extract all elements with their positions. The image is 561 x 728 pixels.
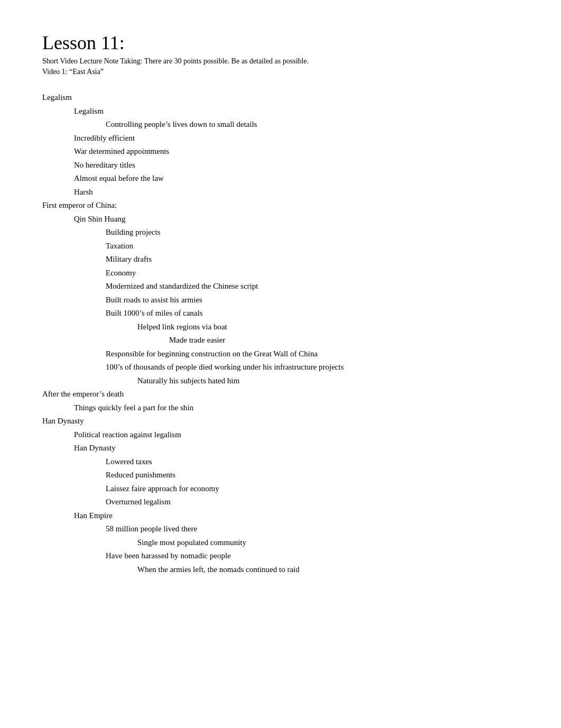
outline-item: Made trade easier [169, 334, 519, 347]
outline-item: Single most populated community [137, 536, 519, 550]
outline-item: First emperor of China: [42, 199, 519, 213]
outline-item: Han Dynasty [42, 414, 519, 428]
outline-item: Political reaction against legalism [74, 428, 519, 442]
outline-item: After the emperor’s death [42, 388, 519, 401]
outline-item: War determined appointments [74, 145, 519, 159]
outline-container: LegalismLegalismControlling people’s liv… [42, 91, 519, 576]
outline-item: Legalism [42, 91, 519, 105]
outline-item: No hereditary titles [74, 159, 519, 172]
outline-item: 100’s of thousands of people died workin… [106, 361, 519, 374]
outline-item: Military drafts [106, 253, 519, 266]
outline-item: Qin Shin Huang [74, 213, 519, 226]
video-title-text: Video 1: “East Asia” [42, 68, 519, 76]
outline-item: Laissez faire approach for economy [106, 482, 519, 496]
outline-item: Harsh [74, 186, 519, 199]
outline-item: Modernized and standardized the Chinese … [106, 280, 519, 293]
outline-item: Helped link regions via boat [137, 320, 519, 334]
outline-item: Legalism [74, 105, 519, 118]
outline-item: Responsible for beginning construction o… [106, 347, 519, 361]
subtitle-text: Short Video Lecture Note Taking: There a… [42, 57, 519, 66]
outline-item: Reduced punishments [106, 468, 519, 482]
outline-item: Built roads to assist his armies [106, 293, 519, 307]
outline-item: Naturally his subjects hated him [137, 374, 519, 388]
outline-item: Economy [106, 266, 519, 280]
outline-item: Building projects [106, 226, 519, 239]
outline-item: Have been harassed by nomadic people [106, 549, 519, 563]
page-title: Lesson 11: [42, 32, 519, 54]
outline-item: Built 1000’s of miles of canals [106, 307, 519, 320]
outline-item: Overturned legalism [106, 495, 519, 509]
outline-item: Taxation [106, 239, 519, 253]
outline-item: Lowered taxes [106, 455, 519, 469]
outline-item: When the armies left, the nomads continu… [137, 563, 519, 577]
outline-item: 58 million people lived there [106, 522, 519, 536]
outline-item: Almost equal before the law [74, 172, 519, 186]
outline-item: Controlling people’s lives down to small… [106, 118, 519, 132]
outline-item: Han Dynasty [74, 441, 519, 455]
outline-item: Han Empire [74, 509, 519, 523]
outline-item: Things quickly feel a part for the shin [74, 401, 519, 415]
outline-item: Incredibly efficient [74, 132, 519, 145]
